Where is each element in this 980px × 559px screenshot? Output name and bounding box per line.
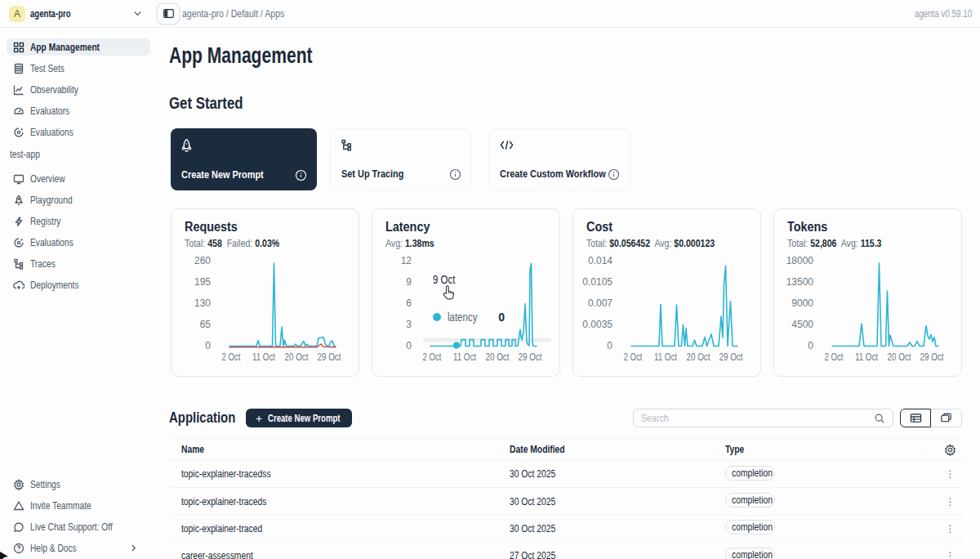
svg-text:11 Oct: 11 Oct — [654, 351, 678, 363]
svg-text:9: 9 — [406, 276, 412, 288]
svg-text:65: 65 — [200, 319, 212, 330]
svg-text:0: 0 — [205, 340, 211, 351]
svg-text:20 Oct: 20 Oct — [486, 351, 510, 363]
svg-text:20 Oct: 20 Oct — [687, 351, 711, 363]
svg-text:4500: 4500 — [791, 319, 813, 330]
svg-text:2 Oct: 2 Oct — [423, 351, 443, 363]
svg-text:13500: 13500 — [786, 276, 814, 288]
svg-text:11 Oct: 11 Oct — [252, 351, 276, 363]
svg-text:20 Oct: 20 Oct — [285, 351, 310, 363]
svg-text:29 Oct: 29 Oct — [519, 351, 543, 363]
svg-text:0.0105: 0.0105 — [582, 276, 612, 288]
svg-text:9000: 9000 — [791, 297, 813, 309]
svg-text:0: 0 — [607, 340, 612, 351]
svg-text:2 Oct: 2 Oct — [222, 351, 242, 363]
svg-text:130: 130 — [194, 297, 211, 309]
svg-text:0.0035: 0.0035 — [582, 319, 612, 330]
svg-text:260: 260 — [194, 255, 211, 266]
svg-text:29 Oct: 29 Oct — [719, 351, 744, 363]
svg-text:0.007: 0.007 — [588, 297, 612, 309]
svg-text:11 Oct: 11 Oct — [855, 351, 879, 363]
svg-text:0: 0 — [808, 340, 813, 351]
svg-text:6: 6 — [406, 297, 412, 309]
svg-text:29 Oct: 29 Oct — [318, 351, 342, 363]
svg-text:2 Oct: 2 Oct — [624, 351, 644, 363]
svg-text:12: 12 — [401, 255, 412, 266]
svg-text:0.014: 0.014 — [588, 255, 612, 266]
svg-text:29 Oct: 29 Oct — [920, 351, 945, 363]
svg-text:18000: 18000 — [786, 255, 814, 266]
svg-text:195: 195 — [194, 276, 211, 288]
svg-text:11 Oct: 11 Oct — [453, 351, 477, 363]
svg-text:0: 0 — [406, 340, 412, 351]
svg-text:2 Oct: 2 Oct — [825, 351, 844, 363]
svg-text:20 Oct: 20 Oct — [888, 351, 912, 363]
svg-text:3: 3 — [406, 319, 412, 330]
